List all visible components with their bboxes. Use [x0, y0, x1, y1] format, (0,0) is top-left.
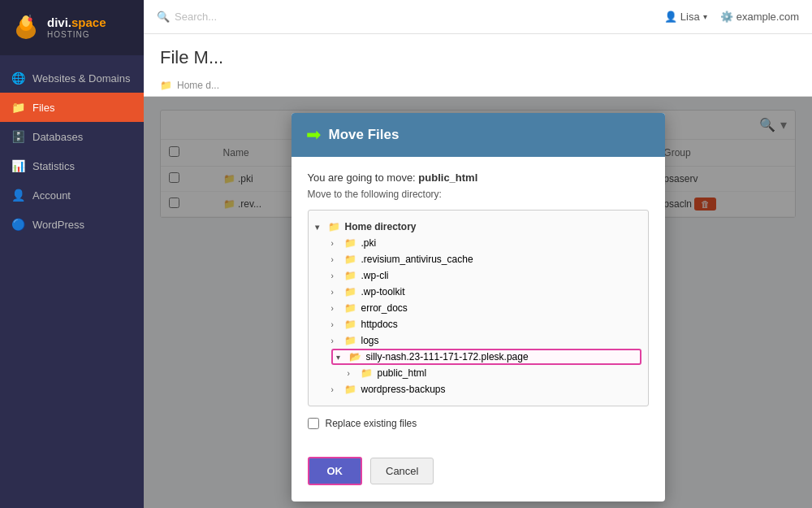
breadcrumb-text: Home d...	[177, 80, 219, 91]
search-placeholder: Search...	[175, 11, 217, 23]
logo-divi: divi.	[47, 15, 71, 29]
account-icon: 👤	[11, 189, 24, 202]
chevron-right-icon: ›	[331, 385, 339, 394]
svg-point-3	[28, 18, 32, 22]
logo-text: divi.space HOSTING	[47, 15, 106, 40]
modal-body: You are going to move: public_html Move …	[292, 157, 665, 457]
item-label: httpdocs	[361, 319, 398, 330]
sidebar-item-label: Account	[32, 189, 71, 202]
move-arrow-icon: ➡	[306, 124, 321, 145]
folder-icon: 📁	[344, 302, 356, 314]
modal-moving-item: public_html	[418, 172, 477, 184]
sidebar-item-account[interactable]: 👤 Account	[0, 180, 144, 210]
tree-item-wordpress-backups[interactable]: › 📁 wordpress-backups	[331, 381, 641, 397]
tree-item-silly-nash[interactable]: ▾ 📂 silly-nash.23-111-171-172.plesk.page	[331, 349, 641, 365]
chevron-right-icon: ›	[331, 304, 339, 313]
sidebar-item-files[interactable]: 📁 Files	[0, 93, 144, 122]
search-box[interactable]: 🔍 Search...	[157, 11, 217, 23]
sidebar-item-websites[interactable]: 🌐 Websites & Domains	[0, 63, 144, 93]
sidebar: divi.space HOSTING 🌐 Websites & Domains …	[0, 0, 144, 508]
folder-icon: 📁	[361, 367, 373, 379]
folder-icon: 📁	[344, 384, 356, 395]
item-label: wordpress-backups	[361, 384, 446, 395]
sidebar-item-statistics[interactable]: 📊 Statistics	[0, 151, 144, 180]
domain-name: example.com	[736, 11, 799, 23]
topbar: 🔍 Search... 👤 Lisa ▾ ⚙️ example.com	[144, 0, 812, 34]
sidebar-item-databases[interactable]: 🗄️ Databases	[0, 122, 144, 151]
topbar-right: 👤 Lisa ▾ ⚙️ example.com	[664, 11, 799, 23]
websites-icon: 🌐	[11, 72, 24, 85]
chevron-right-icon: ›	[331, 271, 339, 280]
replace-checkbox[interactable]	[308, 418, 319, 429]
chevron-right-icon: ›	[331, 239, 339, 248]
domain-icon: ⚙️	[720, 11, 733, 23]
tree-item-wp-cli[interactable]: › 📁 .wp-cli	[331, 267, 641, 284]
sidebar-item-label: Files	[32, 102, 54, 114]
logo-icon	[11, 13, 41, 42]
tree-item-revisium[interactable]: › 📁 .revisium_antivirus_cache	[331, 251, 641, 267]
modal-description: You are going to move: public_html	[308, 172, 649, 184]
logo-hosting: HOSTING	[47, 30, 106, 40]
logo: divi.space HOSTING	[0, 0, 144, 55]
modal-subdescription: Move to the following directory:	[308, 189, 649, 200]
statistics-icon: 📊	[11, 159, 24, 172]
tree-level2: › 📁 public_html	[348, 365, 641, 381]
sidebar-item-wordpress[interactable]: 🔵 WordPress	[0, 210, 144, 239]
chevron-right-icon: ›	[348, 369, 356, 378]
item-label-selected: silly-nash.23-111-171-172.plesk.page	[366, 351, 529, 363]
tree-item-public-html[interactable]: › 📁 public_html	[348, 365, 641, 381]
cancel-button[interactable]: Cancel	[370, 458, 434, 484]
username: Lisa	[680, 11, 700, 23]
sidebar-item-label: WordPress	[32, 219, 84, 231]
tree-item-wp-toolkit[interactable]: › 📁 .wp-toolkit	[331, 284, 641, 300]
replace-label: Replace existing files	[326, 418, 417, 429]
item-label: public_html	[378, 367, 427, 379]
folder-icon: 📁	[344, 319, 356, 330]
user-menu[interactable]: 👤 Lisa ▾	[664, 11, 707, 23]
sidebar-item-label: Websites & Domains	[32, 72, 130, 85]
tree-item-error-docs[interactable]: › 📁 error_docs	[331, 300, 641, 316]
domain-menu[interactable]: ⚙️ example.com	[720, 11, 799, 23]
main-content: 🔍 Search... 👤 Lisa ▾ ⚙️ example.com File…	[144, 0, 812, 508]
replace-row: Replace existing files	[308, 418, 649, 429]
content-area: 🔍 ▾ Name Size Permissions User Group	[144, 97, 812, 508]
item-label: .pki	[361, 237, 377, 249]
modal-header: ➡ Move Files	[292, 113, 665, 157]
folder-icon-open: 📂	[349, 351, 361, 363]
wordpress-icon: 🔵	[11, 218, 24, 231]
tree-item-pki[interactable]: › 📁 .pki	[331, 235, 641, 251]
tree-item-home[interactable]: ▾ 📁 Home directory	[315, 219, 641, 235]
folder-icon-home: 📁	[328, 221, 340, 232]
tree-level1: › 📁 .pki › 📁 .revisium_antivirus_cache ›	[331, 235, 641, 397]
ok-button[interactable]: OK	[308, 457, 363, 485]
modal-desc-prefix: You are going to move:	[308, 172, 419, 184]
directory-tree: ▾ 📁 Home directory › 📁 .pki	[308, 210, 649, 406]
modal-footer: OK Cancel	[292, 457, 665, 501]
home-dir-label: Home directory	[345, 221, 417, 232]
chevron-down-icon: ▾	[336, 353, 344, 362]
chevron-right-icon: ›	[331, 320, 339, 329]
chevron-down-icon: ▾	[315, 223, 323, 232]
sidebar-nav: 🌐 Websites & Domains 📁 Files 🗄️ Database…	[0, 63, 144, 508]
item-label: .wp-toolkit	[361, 286, 405, 297]
item-label: error_docs	[361, 302, 408, 314]
chevron-right-icon: ›	[331, 255, 339, 264]
breadcrumb: 📁 Home d...	[144, 75, 812, 97]
folder-icon: 📁	[344, 270, 356, 281]
user-icon: 👤	[664, 11, 677, 23]
page-title: File M...	[144, 34, 812, 75]
modal-overlay: ➡ Move Files You are going to move: publ…	[144, 97, 812, 508]
folder-icon: 📁	[344, 254, 356, 265]
databases-icon: 🗄️	[11, 130, 24, 143]
logo-space: space	[71, 15, 106, 29]
folder-icon: 📁	[344, 335, 356, 346]
tree-item-httpdocs[interactable]: › 📁 httpdocs	[331, 316, 641, 332]
item-label: logs	[361, 335, 379, 346]
sidebar-item-label: Statistics	[32, 160, 75, 172]
folder-icon: 📁	[344, 237, 356, 249]
tree-item-logs[interactable]: › 📁 logs	[331, 332, 641, 349]
user-chevron: ▾	[703, 12, 707, 21]
chevron-right-icon: ›	[331, 336, 339, 345]
folder-icon: 📁	[344, 286, 356, 297]
move-files-modal: ➡ Move Files You are going to move: publ…	[292, 113, 665, 501]
